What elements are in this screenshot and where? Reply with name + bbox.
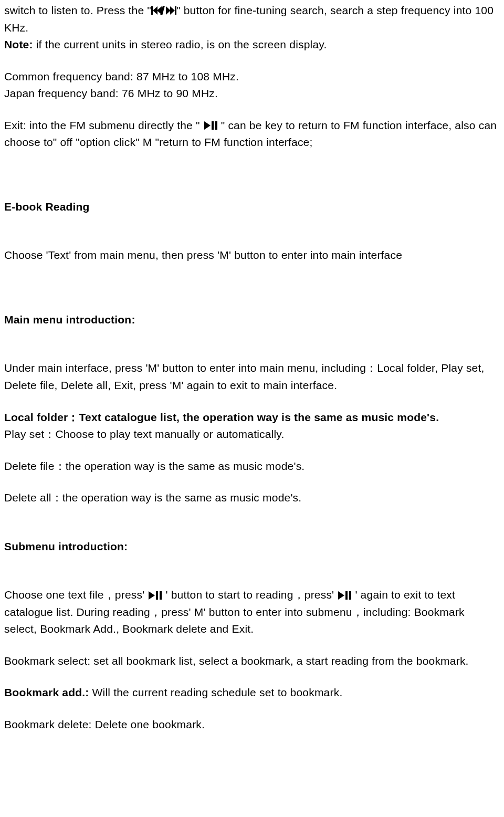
svg-rect-9 [215, 121, 217, 130]
heading-submenu: Submenu introduction: [4, 538, 500, 556]
paragraph-common-band: Common frequency band: 87 MHz to 108 MHz… [4, 68, 500, 86]
svg-marker-7 [204, 121, 211, 130]
play-pause-icon [148, 591, 162, 600]
svg-marker-5 [170, 6, 175, 15]
bookmark-add-label: Bookmark add.: [4, 686, 89, 698]
paragraph-japan-band: Japan frequency band: 76 MHz to 90 MHz. [4, 85, 500, 102]
heading-main-menu: Main menu introduction: [4, 311, 500, 329]
text: if the current units in stereo radio, is… [33, 38, 327, 50]
paragraph-delete-file: Delete file：the operation way is the sam… [4, 458, 500, 475]
paragraph-local-folder: Local folder：Text catalogue list, the op… [4, 409, 500, 426]
svg-marker-4 [166, 6, 171, 15]
svg-rect-6 [175, 6, 176, 15]
svg-marker-13 [338, 591, 344, 600]
paragraph-play-set: Play set：Choose to play text manually or… [4, 426, 500, 443]
paragraph-main-menu-items: Under main interface, press 'M' button t… [4, 360, 500, 394]
text: Exit: into the FM submenu directly the " [4, 119, 203, 131]
svg-rect-15 [349, 591, 351, 600]
text: Choose one text file，press' [4, 589, 148, 601]
paragraph-bookmark-delete: Bookmark delete: Delete one bookmark. [4, 716, 500, 734]
paragraph-fine-tuning: switch to listen to. Press the " " butto… [4, 2, 500, 36]
paragraph-bookmark-select: Bookmark select: set all bookmark list, … [4, 653, 500, 670]
svg-marker-10 [149, 591, 155, 600]
document-page: switch to listen to. Press the " " butto… [0, 0, 504, 738]
svg-rect-0 [151, 6, 153, 15]
paragraph-exit: Exit: into the FM submenu directly the "… [4, 117, 500, 151]
prev-next-icon [151, 6, 176, 15]
svg-rect-8 [212, 121, 214, 130]
play-pause-icon [337, 591, 352, 600]
svg-rect-14 [345, 591, 348, 600]
paragraph-ebook-intro: Choose 'Text' from main menu, then press… [4, 247, 500, 264]
svg-marker-1 [153, 6, 158, 15]
play-pause-icon [203, 121, 218, 130]
svg-rect-12 [160, 591, 162, 600]
note-label: Note: [4, 38, 33, 50]
paragraph-bookmark-add: Bookmark add.: Will the current reading … [4, 684, 500, 701]
text: Will the current reading schedule set to… [89, 686, 343, 698]
heading-ebook-reading: E-book Reading [4, 198, 500, 216]
text: switch to listen to. Press the " [4, 4, 151, 16]
text: Under main interface, press 'M' button t… [4, 362, 377, 374]
svg-rect-11 [156, 591, 158, 600]
text: ' button to start to reading，press' [162, 589, 337, 601]
paragraph-note: Note: if the current units in stereo rad… [4, 36, 500, 54]
paragraph-delete-all: Delete all：the operation way is the same… [4, 489, 500, 507]
paragraph-submenu-body: Choose one text file，press' ' button to … [4, 586, 500, 638]
